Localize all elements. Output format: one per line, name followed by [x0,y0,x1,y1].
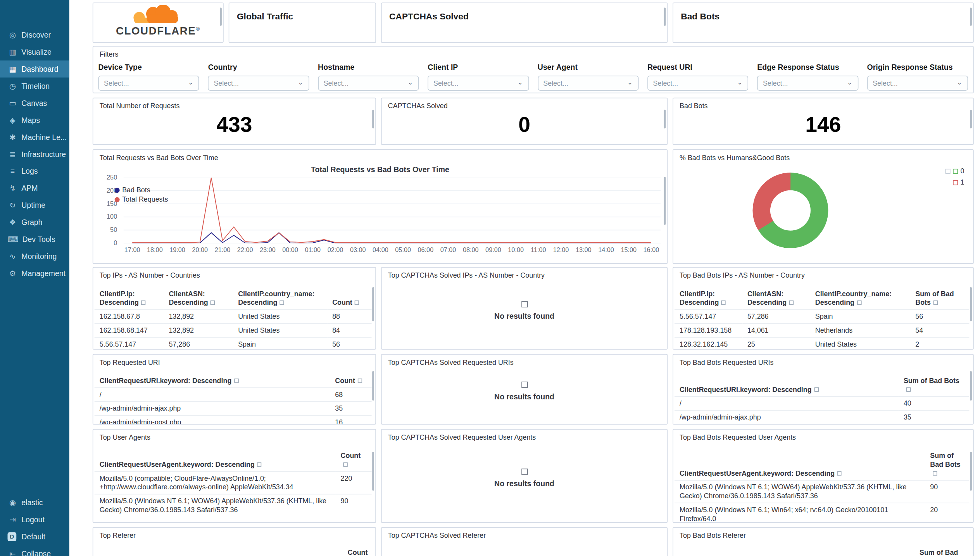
total-requests-metric-panel: Total Number of Requests 433 [93,98,376,145]
metric-value: 146 [673,112,973,136]
panel-scrollbar[interactable] [372,452,374,490]
sidebar-item-graph[interactable]: ❖Graph [0,214,69,231]
panel-heading: Bad Bots [673,3,973,21]
sort-icon [343,463,347,467]
filter-select-hostname[interactable]: Select...⌄ [318,76,419,91]
filter-select-device-type[interactable]: Select...⌄ [98,76,199,91]
panel-scrollbar[interactable] [372,287,374,321]
panel-scrollbar[interactable] [970,287,972,321]
legend-swatch-red [953,180,958,185]
sidebar-item-label: elastic [21,498,43,507]
column-header-clientip-ip-descending[interactable]: ClientIP.ip: Descending [95,284,164,310]
filter-select-request-uri[interactable]: Select...⌄ [647,76,749,91]
table-cell: 57,286 [164,337,233,350]
table-cell: United States [233,310,327,324]
filter-select-origin-response-status[interactable]: Select...⌄ [867,76,968,91]
panel-scrollbar[interactable] [664,109,666,129]
panel-scrollbar[interactable] [970,109,972,129]
sidebar-item-label: Monitoring [21,252,57,261]
column-header-clientip-ip-descending[interactable]: ClientIP.ip: Descending [675,284,742,310]
sidebar-item-visualize[interactable]: ▥Visualize [0,43,69,60]
column-header-sum-of-bad-bots[interactable]: Sum of Bad Bots [925,446,969,480]
column-header-clientrequestuseragent-keyword-descending[interactable]: ClientRequestUserAgent.keyword: Descendi… [95,446,336,471]
column-header[interactable]: Count [348,548,375,556]
sort-icon [355,300,359,305]
column-header-sum-of-bad-bots[interactable]: Sum of Bad Bots [910,284,969,310]
legend-item-bad-bots[interactable]: Bad Bots [115,185,168,195]
column-header-count[interactable]: Count [330,371,371,388]
kibana-dashboard: ◎Discover▥Visualize▦Dashboard◷Timelion▭C… [0,0,980,556]
sidebar-item-timelion[interactable]: ◷Timelion [0,78,69,95]
panel-title: Top CAPTCHAs Solved Requested User Agent… [382,430,667,441]
column-header-count[interactable]: Count [336,446,372,471]
top-requested-uri-panel: Top Requested URI ClientRequestURI.keywo… [93,354,376,425]
column-header-sum-of-bad-bots[interactable]: Sum of Bad Bots [899,371,969,397]
table-row: /68 [95,388,372,402]
column-header-count[interactable]: Count [327,284,371,310]
sidebar-item-label: Logs [21,167,38,176]
legend-item-total-requests[interactable]: Total Requests [115,195,168,204]
column-header-clientip-country-name-descending[interactable]: ClientIP.country_name: Descending [233,284,327,310]
sidebar-item-apm[interactable]: ↯APM [0,180,69,197]
panel-scrollbar[interactable] [372,371,374,401]
panel-title: Top Requested URI [93,355,375,366]
sidebar-item-discover[interactable]: ◎Discover [0,26,69,43]
series-line-total-requests [132,178,651,243]
column-header-clientasn-descending[interactable]: ClientASN: Descending [164,284,233,310]
table-cell: 25 [742,337,810,350]
sidebar-item-uptime[interactable]: ↻Uptime [0,197,69,214]
sidebar-item-collapse[interactable]: ⇤Collapse [0,545,69,556]
sidebar-item-infrastructure[interactable]: ≣Infrastructure [0,145,69,162]
panel-scrollbar[interactable] [664,8,666,26]
sidebar-item-elastic[interactable]: ◉elastic [0,494,69,511]
select-placeholder: Select... [543,79,568,87]
filters-title: Filters [93,47,973,58]
data-table: ClientIP.ip: DescendingClientASN: Descen… [95,284,372,350]
visualization-icon [521,468,527,475]
sort-icon [789,300,794,305]
timelion-icon: ◷ [7,82,17,90]
sidebar-item-canvas[interactable]: ▭Canvas [0,95,69,112]
filter-select-client-ip[interactable]: Select...⌄ [428,76,529,91]
column-header-clientrequesturi-keyword-descending[interactable]: ClientRequestURI.keyword: Descending [95,371,330,388]
sidebar-item-management[interactable]: ⚙Management [0,264,69,281]
visualization-icon [521,301,527,307]
chevron-down-icon: ⌄ [188,78,193,85]
sidebar-item-logs[interactable]: ≡Logs [0,162,69,180]
table-cell: 35 [899,410,969,424]
filter-label: Device Type [98,63,199,72]
panel-scrollbar[interactable] [970,371,972,401]
panel-scrollbar[interactable] [664,177,666,225]
sidebar-item-maps[interactable]: ◈Maps [0,112,69,129]
top-captchas-referer-panel: Top CAPTCHAs Solved Referer [381,527,668,556]
sidebar-item-dashboard[interactable]: ▦Dashboard [0,60,69,78]
sidebar-item-machine-le[interactable]: ✱Machine Le... [0,128,69,145]
legend-item-0[interactable]: 0 [945,166,964,176]
filter-select-country[interactable]: Select...⌄ [208,76,309,91]
global-traffic-header-panel: Global Traffic [229,2,376,43]
sidebar-item-monitoring[interactable]: ∿Monitoring [0,247,69,264]
dashboard-icon: ▦ [7,65,17,73]
top-captchas-user-agents-panel: Top CAPTCHAs Solved Requested User Agent… [381,429,668,523]
legend-item-1[interactable]: 1 [945,178,964,187]
space-default-icon: D [7,532,16,541]
panel-scrollbar[interactable] [220,8,222,26]
filter-select-user-agent[interactable]: Select...⌄ [538,76,639,91]
panel-title: Top Bad Bots IPs - AS Number - Country [673,268,973,279]
column-header[interactable]: Sum of Bad Bots [920,548,965,556]
panel-scrollbar[interactable] [970,452,972,490]
table-cell: Mozilla/5.0 (compatible; CloudFlare-Alwa… [95,471,336,494]
sidebar-item-default[interactable]: DDefault [0,528,69,545]
table-cell: 35 [330,402,371,416]
sidebar-item-logout[interactable]: ⇥Logout [0,511,69,528]
column-header-clientip-country-name-descending[interactable]: ClientIP.country_name: Descending [810,284,911,310]
table-cell: 90 [336,494,372,517]
sidebar-item-dev-tools[interactable]: ⌨Dev Tools [0,231,69,248]
filter-select-edge-response-status[interactable]: Select...⌄ [757,76,858,91]
top-bad-bots-ips-table: ClientIP.ip: DescendingClientASN: Descen… [673,284,971,349]
panel-scrollbar[interactable] [372,109,374,129]
column-header-clientasn-descending[interactable]: ClientASN: Descending [742,284,810,310]
column-header-clientrequestuseragent-keyword-descending[interactable]: ClientRequestUserAgent.keyword: Descendi… [675,446,925,480]
column-header-clientrequesturi-keyword-descending[interactable]: ClientRequestURI.keyword: Descending [675,371,899,397]
panel-scrollbar[interactable] [970,8,972,26]
